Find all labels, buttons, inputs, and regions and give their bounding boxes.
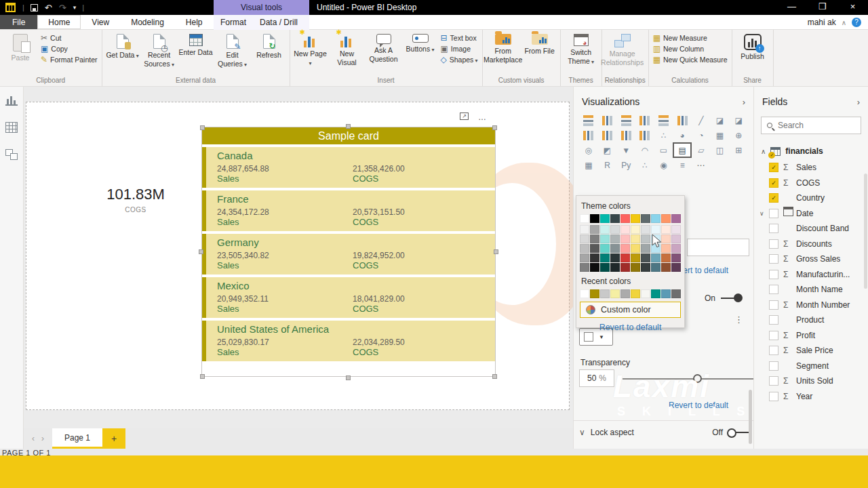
theme-color-shade-swatch[interactable] [641, 253, 650, 262]
map-icon[interactable]: ⊕ [730, 129, 747, 142]
theme-color-shade-swatch[interactable] [631, 235, 640, 243]
ribbon-chart-icon[interactable] [618, 129, 634, 142]
stacked-column-chart-icon[interactable] [599, 114, 616, 127]
field-row-units-sold[interactable]: ΣUnits Sold [754, 373, 868, 389]
theme-color-shade-swatch[interactable] [631, 244, 640, 253]
recent-color-swatch[interactable] [600, 289, 610, 298]
theme-color-shade-swatch[interactable] [631, 225, 640, 234]
field-checkbox[interactable] [769, 331, 778, 340]
account-area[interactable]: mahi ak ∧ ? [808, 15, 861, 30]
theme-color-shade-swatch[interactable] [651, 263, 660, 272]
page-tab-page1[interactable]: Page 1 [52, 428, 102, 449]
recent-color-swatch[interactable] [620, 289, 630, 298]
table-icon[interactable]: ⊞ [730, 144, 747, 157]
theme-color-shade-swatch[interactable] [590, 225, 599, 234]
theme-color-shade-swatch[interactable] [651, 235, 660, 243]
line-and-clustered-column-chart-icon[interactable] [599, 129, 616, 142]
refresh-button[interactable]: Refresh [252, 31, 287, 73]
undo-icon[interactable]: ↶ [45, 3, 52, 12]
key-influencers-icon[interactable]: ∴ [637, 159, 653, 171]
account-name[interactable]: mahi ak [808, 18, 836, 27]
more-options-icon[interactable]: ⋯ [693, 159, 709, 171]
field-row-sales[interactable]: ✓ΣSales [754, 160, 868, 176]
field-checkbox[interactable] [769, 239, 778, 249]
data-view-icon[interactable] [5, 122, 18, 133]
new-quick-measure-button[interactable]: ▦New Quick Measure [653, 56, 728, 64]
tab-help[interactable]: Help [175, 15, 214, 29]
custom-color-button[interactable]: Custom color [580, 302, 681, 318]
resize-handle-bottom-left[interactable] [200, 374, 205, 379]
field-row-product[interactable]: Product [754, 312, 868, 328]
revert-to-default-link-2[interactable]: Revert to default [669, 401, 750, 410]
field-checkbox[interactable] [769, 285, 778, 294]
theme-color-swatch[interactable] [590, 214, 599, 223]
more-options-icon[interactable]: … [478, 113, 486, 122]
tab-format[interactable]: Format [214, 15, 253, 30]
field-row-discounts[interactable]: ΣDiscounts [754, 237, 868, 252]
field-row-discount-band[interactable]: Discount Band [754, 221, 868, 237]
recent-color-swatch[interactable] [580, 289, 589, 298]
theme-color-shade-swatch[interactable] [641, 235, 650, 243]
stacked-bar-chart-icon[interactable] [580, 114, 597, 127]
theme-color-shade-swatch[interactable] [661, 263, 671, 272]
recent-sources-button[interactable]: Recent Sources [142, 31, 177, 73]
theme-color-shade-swatch[interactable] [620, 235, 630, 243]
theme-color-shade-swatch[interactable] [600, 225, 610, 234]
edit-queries-button[interactable]: Edit Queries [215, 31, 250, 73]
resize-handle-middle-right[interactable] [494, 249, 498, 254]
field-row-month-name[interactable]: Month Name [754, 282, 868, 298]
theme-color-shade-swatch[interactable] [671, 225, 681, 234]
python-visual-icon[interactable]: Py [618, 159, 634, 171]
slicer-icon[interactable]: ◫ [712, 144, 728, 157]
stacked-area-chart-icon[interactable]: ◪ [730, 114, 747, 127]
shape-map-icon[interactable]: ◩ [599, 144, 616, 157]
recent-color-swatch[interactable] [661, 289, 671, 298]
transparency-input[interactable]: 50 % [579, 369, 614, 387]
from-file-button[interactable]: From File [522, 31, 557, 73]
multirow-card-visual[interactable]: Sample card Canada24,887,654.88Sales21,3… [202, 127, 495, 376]
image-button[interactable]: ▣Image [441, 45, 478, 53]
theme-color-swatch[interactable] [641, 214, 650, 223]
theme-color-swatch[interactable] [661, 214, 671, 223]
recent-color-swatch[interactable] [641, 289, 650, 298]
field-checkbox[interactable] [769, 300, 778, 310]
field-row-month-number[interactable]: ΣMonth Number [754, 298, 868, 313]
theme-color-shade-swatch[interactable] [580, 244, 589, 253]
clustered-column-chart-icon[interactable] [637, 114, 653, 127]
recent-color-swatch[interactable] [590, 289, 599, 298]
resize-handle-top-right[interactable] [492, 125, 497, 130]
line-and-stacked-column-chart-icon[interactable] [580, 129, 597, 142]
report-view-icon[interactable] [5, 95, 18, 106]
focus-mode-icon[interactable]: ↗ [460, 113, 469, 120]
recent-color-swatch[interactable] [651, 289, 660, 298]
theme-color-shade-swatch[interactable] [590, 235, 599, 243]
theme-color-shade-swatch[interactable] [600, 263, 610, 272]
minimize-button[interactable]: — [776, 0, 807, 15]
treemap-icon[interactable]: ▦ [712, 129, 728, 142]
r-script-visual-icon[interactable]: R [599, 159, 616, 171]
100-stacked-bar-chart-icon[interactable] [656, 114, 672, 127]
field-checkbox[interactable] [769, 270, 778, 279]
chevron-down-icon[interactable]: ∨ [579, 428, 585, 437]
field-row-segment[interactable]: Segment [754, 359, 868, 374]
manage-relationships-button[interactable]: Manage Relationships [605, 31, 640, 73]
slider-thumb[interactable] [693, 374, 702, 383]
theme-color-shade-swatch[interactable] [590, 253, 599, 262]
publish-button[interactable]: Publish [735, 31, 770, 73]
collapse-panel-icon[interactable]: › [743, 97, 745, 107]
donut-chart-icon[interactable]: ◔ [693, 129, 709, 142]
theme-color-swatch[interactable] [600, 214, 610, 223]
theme-color-shade-swatch[interactable] [620, 263, 630, 272]
field-checkbox[interactable]: ✓ [769, 193, 778, 203]
quick-access-dropdown-icon[interactable]: ▾ [73, 5, 77, 11]
area-chart-icon[interactable]: ◪ [712, 114, 728, 127]
theme-color-shade-swatch[interactable] [610, 244, 620, 253]
theme-color-shade-swatch[interactable] [671, 244, 681, 253]
new-visual-button[interactable]: New Visual [330, 31, 365, 73]
format-painter-button[interactable]: ✎Format Painter [41, 56, 98, 64]
theme-color-shade-swatch[interactable] [671, 263, 681, 272]
tab-home[interactable]: Home [37, 15, 81, 29]
field-row-year[interactable]: ΣYear [754, 389, 868, 405]
gauge-icon[interactable]: ◠ [637, 144, 653, 157]
title-text-input[interactable] [687, 239, 749, 256]
